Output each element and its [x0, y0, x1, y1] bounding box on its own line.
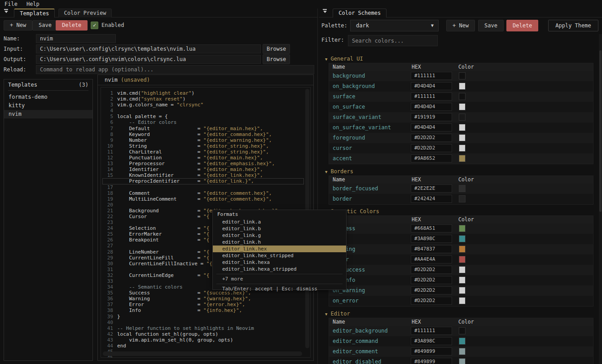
code-line[interactable]: 7 Default = "{editor_main.hex}", [102, 126, 304, 132]
color-swatch[interactable] [459, 338, 466, 345]
color-row-on_info[interactable]: on_info#D2D2D2 [329, 275, 593, 285]
color-row-on_background[interactable]: on_background#D4D4D4 [329, 81, 593, 92]
color-row-on_success[interactable]: on_success#D2D2D2 [329, 265, 593, 275]
hex-value-field[interactable]: #AA4E4A [411, 255, 452, 263]
color-swatch[interactable] [459, 266, 466, 273]
color-row-editor_command[interactable]: editor_command#3A898C [329, 336, 593, 346]
color-swatch[interactable] [459, 114, 466, 121]
code-line[interactable]: 19 MultiLineComment = "{editor_comment.h… [102, 196, 304, 202]
color-row-on_surface_variant[interactable]: on_surface_variant#D4D4D4 [329, 123, 593, 133]
color-row-on_error[interactable]: on_error#D2D2D2 [329, 296, 593, 306]
color-swatch[interactable] [459, 276, 466, 284]
code-line[interactable]: 39} [102, 314, 304, 320]
color-row-cursor[interactable]: cursor#D2D2D2 [329, 143, 593, 153]
color-swatch[interactable] [459, 145, 466, 152]
delete-palette-button[interactable]: Delete [506, 20, 538, 31]
color-swatch[interactable] [459, 327, 466, 334]
hex-value-field[interactable]: #2E2E2E [411, 184, 452, 193]
color-row-surface_variant[interactable]: surface_variant#191919 [329, 112, 593, 123]
code-line[interactable]: 18 Comment = "{editor_comment.hex}", [102, 190, 304, 196]
input-path-field[interactable] [36, 44, 261, 53]
color-swatch[interactable] [459, 287, 466, 294]
code-line[interactable]: 15 KnownIdentifier = "{editor_link.hex}"… [102, 172, 304, 178]
hex-value-field[interactable]: #D2D2D2 [411, 297, 452, 305]
hex-value-field[interactable]: #D4D4D4 [411, 82, 452, 90]
popup-item-editor_link.hexa[interactable]: editor_link.hexa [213, 259, 346, 266]
code-line[interactable]: 37 Error = "{error.hex}", [102, 302, 304, 307]
save-palette-button[interactable]: Save [478, 20, 504, 31]
color-swatch[interactable] [459, 235, 466, 242]
popup-item-editor_link.b[interactable]: editor_link.b [213, 225, 346, 232]
color-row-error[interactable]: error#AA4E4A [329, 254, 593, 265]
color-swatch[interactable] [459, 225, 466, 232]
color-row-on_surface[interactable]: on_surface#D4D4D4 [329, 102, 593, 112]
code-line[interactable]: 38 Info = "{info.hex}", [102, 307, 304, 313]
hex-value-field[interactable]: #D2D2D2 [411, 266, 452, 274]
new-palette-button[interactable]: + New [446, 20, 475, 31]
code-line[interactable]: 44end [102, 343, 304, 349]
hex-value-field[interactable]: #849899 [411, 358, 452, 364]
color-swatch[interactable] [459, 134, 466, 141]
section-collapse-icon[interactable]: ▼ [325, 170, 327, 174]
code-line-current[interactable]: PreprocIdentifier = "{editor_link.}", [102, 178, 304, 184]
hex-value-field[interactable]: #242424 [411, 195, 452, 203]
hex-value-field[interactable]: #D2D2D2 [411, 276, 452, 284]
hex-value-field[interactable]: #D2D2D2 [411, 144, 452, 152]
code-line[interactable]: 14 Identifier = "{editor_main.hex}", [102, 167, 304, 172]
color-row-editor_disabled[interactable]: editor_disabled#849899 [329, 357, 593, 364]
menu-help[interactable]: Help [22, 0, 44, 8]
template-item-nvim[interactable]: nvim [4, 110, 92, 118]
code-line[interactable]: 1vim.cmd("highlight clear") [102, 90, 304, 96]
reload-command-field[interactable] [36, 65, 314, 74]
code-line[interactable]: 13 Preprocessor = "{editor_emphasis.hex}… [102, 161, 304, 167]
popup-item-editor_link.hexa_stripped[interactable]: editor_link.hexa_stripped [213, 266, 346, 272]
section-collapse-icon[interactable]: ▼ [325, 312, 327, 316]
popup-more-indicator[interactable]: +7 more [213, 276, 346, 282]
color-row-editor_background[interactable]: editor_background#111111 [329, 326, 593, 336]
popup-item-editor_link.hex[interactable]: editor_link.hex [213, 246, 346, 252]
hex-value-field[interactable]: #668A51 [411, 224, 452, 232]
color-swatch[interactable] [459, 72, 466, 79]
hex-value-field[interactable]: #111111 [411, 327, 452, 335]
scrollbar-thumb[interactable] [599, 50, 602, 212]
color-row-warning[interactable]: warning#B47837 [329, 244, 593, 254]
color-swatch[interactable] [459, 358, 466, 364]
code-line[interactable]: 6 -- Editor colors [102, 119, 304, 125]
code-line[interactable]: 3vim.g.colors_name = "clrsync" [102, 102, 304, 108]
code-line[interactable]: 10 String = "{editor_string.hex}", [102, 143, 304, 149]
code-line[interactable]: 20 [102, 202, 304, 208]
code-line[interactable]: 8 Keyword = "{editor_command.hex}", [102, 132, 304, 137]
code-line[interactable]: 36 Warning = "{warning.hex}", [102, 296, 304, 302]
hex-value-field[interactable]: #3A898C [411, 337, 452, 345]
color-swatch[interactable] [459, 103, 466, 110]
apply-theme-button[interactable]: Apply Theme [548, 20, 598, 31]
hex-value-field[interactable]: #9A8652 [411, 154, 452, 162]
color-swatch[interactable] [459, 155, 466, 162]
code-line[interactable]: 5local palette = { [102, 114, 304, 119]
name-input[interactable] [36, 34, 116, 43]
editor-horizontal-scrollbar[interactable] [103, 351, 302, 356]
popup-item-editor_link.hex_stripped[interactable]: editor_link.hex_stripped [213, 252, 346, 259]
hex-value-field[interactable]: #191919 [411, 113, 452, 121]
color-row-on_warning[interactable]: on_warning#D2D2D2 [329, 285, 593, 296]
code-line[interactable]: 4 [102, 108, 304, 114]
hex-value-field[interactable]: #B47837 [411, 245, 452, 253]
color-row-background[interactable]: background#111111 [329, 71, 593, 81]
tab-color-preview[interactable]: Color Preview [58, 9, 112, 18]
section-collapse-icon[interactable]: ▼ [325, 57, 327, 61]
color-row-foreground[interactable]: foreground#D2D2D2 [329, 133, 593, 143]
color-swatch[interactable] [459, 195, 466, 202]
color-row-editor_comment[interactable]: editor_comment#849899 [329, 346, 593, 357]
enabled-checkbox[interactable]: ✓ [91, 22, 98, 29]
color-row-info[interactable]: info#3A898C [329, 234, 593, 244]
delete-template-button[interactable]: Delete [56, 20, 88, 31]
popup-item-editor_link.a[interactable]: editor_link.a [213, 219, 346, 225]
tab-color-schemes[interactable]: Color Schemes [333, 9, 387, 18]
code-line[interactable]: 11 CharLiteral = "{editor_string.hex}", [102, 149, 304, 155]
template-item-formats-demo[interactable]: formats-demo [4, 93, 92, 101]
new-template-button[interactable]: + New [4, 20, 32, 31]
color-row-accent[interactable]: accent#9A8652 [329, 153, 593, 164]
color-filter-input[interactable] [348, 35, 438, 46]
color-swatch[interactable] [459, 124, 466, 131]
color-row-border_focused[interactable]: border_focused#2E2E2E [329, 184, 593, 194]
